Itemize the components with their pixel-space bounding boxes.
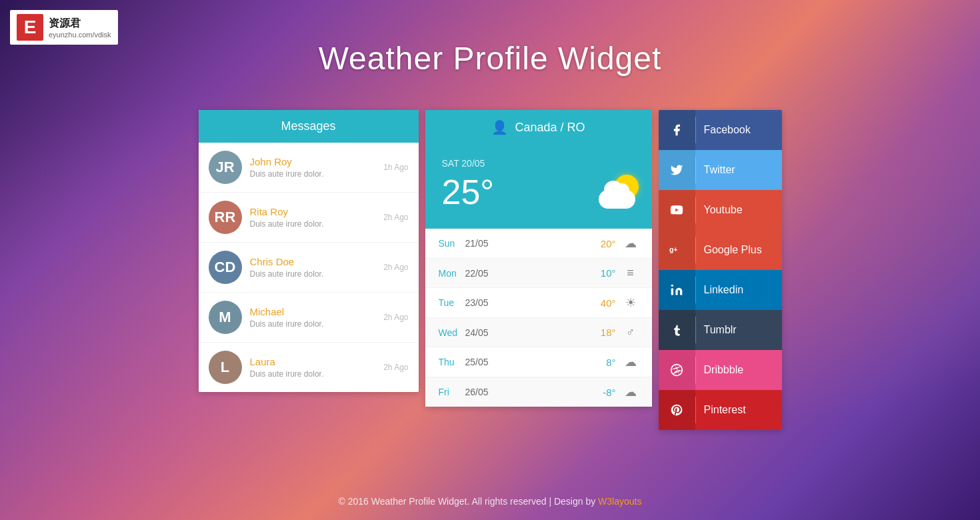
messages-header: Messages <box>199 110 419 143</box>
social-icon-twitter <box>659 150 695 190</box>
message-time-chris-doe: 2h Ago <box>383 263 408 272</box>
message-text-rita-roy: Duis aute irure dolor. <box>250 219 379 229</box>
forecast-icon-sun: ☁ <box>623 236 639 251</box>
social-label-twitter: Twitter <box>696 164 782 176</box>
message-time-rita-roy: 2h Ago <box>383 213 408 222</box>
main-content: Messages JR John Roy Duis aute irure dol… <box>0 110 980 430</box>
footer-copyright: © 2016 Weather Profile Widget. All right… <box>339 496 596 507</box>
social-label-youtube: Youtube <box>696 204 782 216</box>
social-btn-twitter[interactable]: Twitter <box>659 150 782 190</box>
message-item-michael[interactable]: M Michael Duis aute irure dolor. 2h Ago <box>199 293 419 343</box>
social-btn-facebook[interactable]: Facebook <box>659 110 782 150</box>
messages-list: JR John Roy Duis aute irure dolor. 1h Ag… <box>199 143 419 392</box>
forecast-icon-thu: ☁ <box>623 355 639 369</box>
forecast-temp-thu: 8° <box>606 357 615 368</box>
forecast-day-wed: Wed <box>439 327 465 338</box>
avatar-laura: L <box>209 351 242 384</box>
social-icon-googleplus: g+ <box>659 230 695 270</box>
social-icon-youtube <box>659 190 695 230</box>
forecast-day-sun: Sun <box>439 238 465 249</box>
svg-point-3 <box>671 365 683 376</box>
forecast-icon-mon: ≡ <box>623 266 639 280</box>
forecast-icon-tue: ☀ <box>623 295 639 310</box>
avatar-face-john-roy: JR <box>209 151 242 184</box>
logo: E 资源君 eyunzhu.com/vdisk <box>10 10 118 45</box>
forecast-date-tue: 23/05 <box>465 297 499 308</box>
social-label-googleplus: Google Plus <box>696 244 782 256</box>
weather-icon-large <box>599 166 635 205</box>
location-icon: 👤 <box>491 119 508 135</box>
social-btn-linkedin[interactable]: Linkedin <box>659 270 782 310</box>
social-btn-tumblr[interactable]: Tumblr <box>659 310 782 350</box>
forecast-row-thu: Thu 25/05 8° ☁ <box>425 347 652 377</box>
logo-letter: E <box>17 14 43 41</box>
message-item-laura[interactable]: L Laura Duis aute irure dolor. 2h Ago <box>199 343 419 392</box>
avatar-john-roy: JR <box>209 151 242 184</box>
forecast-date-wed: 24/05 <box>465 327 499 338</box>
weather-forecast: Sun 21/05 20° ☁ Mon 22/05 10° ≡ Tue 23/0… <box>425 229 652 407</box>
message-text-michael: Duis aute irure dolor. <box>250 319 379 329</box>
message-name-laura: Laura <box>250 356 379 367</box>
message-text-chris-doe: Duis aute irure dolor. <box>250 269 379 279</box>
message-time-john-roy: 1h Ago <box>383 163 408 172</box>
forecast-day-mon: Mon <box>439 268 465 279</box>
sun-cloud-icon <box>599 178 635 197</box>
message-item-john-roy[interactable]: JR John Roy Duis aute irure dolor. 1h Ag… <box>199 143 419 193</box>
social-icon-pinterest <box>659 390 695 430</box>
forecast-date-sun: 21/05 <box>465 238 499 249</box>
message-name-rita-roy: Rita Roy <box>250 206 379 217</box>
message-name-john-roy: John Roy <box>250 156 379 167</box>
footer: © 2016 Weather Profile Widget. All right… <box>0 496 980 507</box>
message-info-chris-doe: Chris Doe Duis aute irure dolor. <box>250 256 379 279</box>
message-text-laura: Duis aute irure dolor. <box>250 369 379 379</box>
message-name-chris-doe: Chris Doe <box>250 256 379 267</box>
forecast-temp-wed: 18° <box>601 327 616 338</box>
forecast-date-thu: 25/05 <box>465 357 499 367</box>
avatar-face-michael: M <box>209 301 242 334</box>
social-btn-youtube[interactable]: Youtube <box>659 190 782 230</box>
forecast-icon-fri: ☁ <box>623 385 639 399</box>
social-label-dribbble: Dribbble <box>696 364 782 376</box>
message-info-laura: Laura Duis aute irure dolor. <box>250 356 379 379</box>
logo-main: 资源君 <box>49 17 111 31</box>
avatar-face-rita-roy: RR <box>209 201 242 234</box>
forecast-temp-fri: -8° <box>603 387 615 398</box>
social-icon-dribbble <box>659 350 695 390</box>
svg-text:g+: g+ <box>669 246 677 253</box>
forecast-row-tue: Tue 23/05 40° ☀ <box>425 288 652 318</box>
forecast-temp-tue: 40° <box>601 297 616 309</box>
social-label-facebook: Facebook <box>696 124 782 136</box>
weather-current-left: SAT 20/05 25° <box>442 158 495 212</box>
forecast-temp-mon: 10° <box>601 267 616 279</box>
logo-sub: eyunzhu.com/vdisk <box>49 31 111 39</box>
forecast-day-tue: Tue <box>439 297 465 308</box>
weather-panel: 👤 Canada / RO SAT 20/05 25° Sun 21/05 20… <box>425 110 652 407</box>
social-label-tumblr: Tumblr <box>696 324 782 336</box>
social-icon-linkedin <box>659 270 695 310</box>
message-item-chris-doe[interactable]: CD Chris Doe Duis aute irure dolor. 2h A… <box>199 243 419 293</box>
footer-link[interactable]: W3layouts <box>598 496 641 507</box>
avatar-face-laura: L <box>209 351 242 384</box>
messages-panel: Messages JR John Roy Duis aute irure dol… <box>199 110 419 392</box>
social-label-pinterest: Pinterest <box>696 404 782 416</box>
svg-point-2 <box>671 285 673 287</box>
forecast-date-mon: 22/05 <box>465 268 499 279</box>
social-btn-pinterest[interactable]: Pinterest <box>659 390 782 430</box>
social-btn-googleplus[interactable]: g+ Google Plus <box>659 230 782 270</box>
message-item-rita-roy[interactable]: RR Rita Roy Duis aute irure dolor. 2h Ag… <box>199 193 419 243</box>
message-info-rita-roy: Rita Roy Duis aute irure dolor. <box>250 206 379 229</box>
weather-header: 👤 Canada / RO <box>425 110 652 145</box>
weather-current: SAT 20/05 25° <box>425 145 652 229</box>
forecast-row-mon: Mon 22/05 10° ≡ <box>425 259 652 288</box>
social-btn-dribbble[interactable]: Dribbble <box>659 350 782 390</box>
message-name-michael: Michael <box>250 306 379 317</box>
avatar-chris-doe: CD <box>209 251 242 284</box>
forecast-day-thu: Thu <box>439 357 465 367</box>
message-info-john-roy: John Roy Duis aute irure dolor. <box>250 156 379 179</box>
forecast-row-fri: Fri 26/05 -8° ☁ <box>425 377 652 407</box>
social-label-linkedin: Linkedin <box>696 284 782 296</box>
message-text-john-roy: Duis aute irure dolor. <box>250 169 379 179</box>
weather-location: Canada / RO <box>515 121 585 135</box>
avatar-michael: M <box>209 301 242 334</box>
weather-date: SAT 20/05 <box>442 158 495 169</box>
